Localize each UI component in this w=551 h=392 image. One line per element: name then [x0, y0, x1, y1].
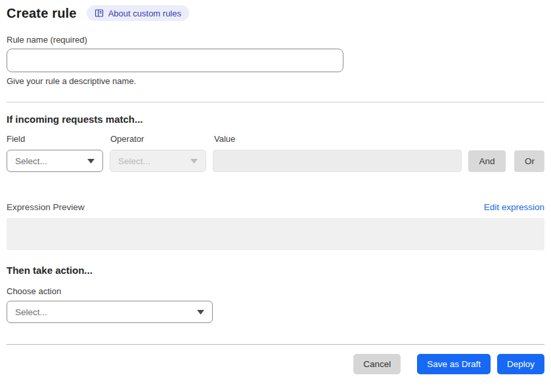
chevron-down-icon	[197, 310, 204, 315]
value-label: Value	[214, 134, 235, 144]
edit-expression-link[interactable]: Edit expression	[484, 202, 544, 212]
about-badge-label: About custom rules	[108, 9, 181, 18]
operator-select-value: Select...	[118, 156, 150, 166]
match-controls-row: Select... Select... And Or	[7, 150, 544, 172]
match-labels-row: Field Operator Value	[7, 134, 544, 144]
choose-action-select[interactable]: Select...	[7, 301, 213, 323]
expression-preview-box	[7, 218, 544, 250]
expression-preview-label: Expression Preview	[7, 202, 85, 212]
page-title: Create rule	[7, 6, 77, 21]
deploy-button[interactable]: Deploy	[497, 354, 544, 374]
about-custom-rules-badge[interactable]: About custom rules	[87, 5, 189, 21]
action-section-heading: Then take action...	[7, 265, 544, 276]
field-label: Field	[7, 134, 110, 144]
rule-name-label: Rule name (required)	[7, 35, 544, 45]
value-input[interactable]	[213, 150, 462, 172]
choose-action-select-value: Select...	[15, 307, 47, 317]
save-as-draft-button[interactable]: Save as Draft	[417, 354, 491, 374]
book-icon	[95, 9, 104, 18]
or-button[interactable]: Or	[514, 150, 544, 172]
operator-label: Operator	[110, 134, 214, 144]
choose-action-label: Choose action	[7, 286, 544, 296]
page-header: Create rule About custom rules	[7, 5, 544, 21]
section-divider	[7, 102, 544, 102]
create-rule-page: Create rule About custom rules Rule name…	[0, 0, 551, 392]
cancel-button[interactable]: Cancel	[353, 354, 401, 374]
match-section-heading: If incoming requests match...	[7, 114, 544, 125]
footer-actions: Cancel Save as Draft Deploy	[7, 354, 544, 374]
chevron-down-icon	[87, 159, 95, 163]
field-select-value: Select...	[15, 156, 47, 166]
footer-divider	[7, 344, 544, 345]
field-select[interactable]: Select...	[7, 150, 103, 172]
and-button[interactable]: And	[468, 150, 506, 172]
expression-preview-row: Expression Preview Edit expression	[7, 202, 544, 212]
rule-name-helper: Give your rule a descriptive name.	[7, 76, 544, 86]
operator-select[interactable]: Select...	[110, 150, 206, 172]
chevron-down-icon	[190, 159, 198, 163]
rule-name-input[interactable]	[7, 49, 343, 72]
